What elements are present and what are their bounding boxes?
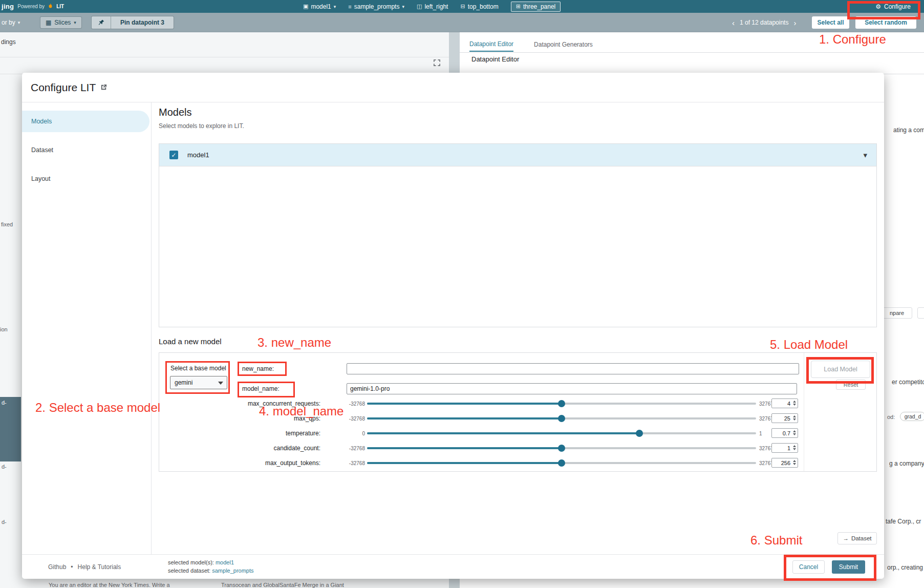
slider-value: 1 — [787, 445, 790, 451]
datapoint-tabs: Datapoint Editor Datapoint Generators — [469, 37, 593, 52]
stepper-arrows-icon[interactable] — [793, 460, 796, 465]
datapoint-text-partial: Transocean and GlobalSantaFe Merge in a … — [221, 582, 344, 588]
new-name-input[interactable] — [347, 363, 799, 374]
chevron-down-icon[interactable]: ▾ — [863, 144, 867, 166]
load-model-section-title: Load a new model — [159, 337, 222, 346]
selection-summary: selected model(s): model1 selected datas… — [168, 558, 254, 575]
nav-item-layout[interactable]: Layout — [22, 168, 149, 190]
compare-button-partial[interactable]: npare — [882, 307, 912, 319]
slider-value-stepper[interactable]: 4 — [771, 398, 798, 408]
slider-thumb[interactable] — [558, 415, 565, 422]
selected-dataset-value[interactable]: sample_prompts — [212, 568, 253, 574]
method-label-partial: od: — [887, 414, 895, 420]
slider-track[interactable] — [367, 432, 756, 434]
select-random-button[interactable]: Select random — [855, 16, 916, 29]
topbar-right: ⚙ Configure — [871, 0, 915, 13]
next-datapoint-icon[interactable]: › — [793, 18, 796, 27]
row-label-partial: d- — [2, 519, 7, 525]
base-model-select[interactable]: gemini — [170, 376, 227, 389]
slider-thumb[interactable] — [558, 459, 565, 467]
slider-thumb[interactable] — [558, 445, 565, 452]
selected-model-value[interactable]: model1 — [216, 559, 234, 565]
model-name-input[interactable] — [347, 383, 797, 394]
layout-three-panel-icon: ⊞ — [516, 3, 521, 10]
stepper-arrows-icon[interactable] — [793, 430, 796, 435]
slider-row: temperature: 0 1 0.7 — [159, 428, 804, 439]
app-root: jing Powered by LIT ▣ model1 ▾ ≡ sample_… — [0, 0, 924, 588]
slices-button[interactable]: ▦ Slices ▾ — [40, 16, 82, 29]
submit-button[interactable]: Submit — [832, 560, 865, 574]
layout-three-panel-label: three_panel — [523, 3, 555, 10]
slices-label: Slices — [54, 19, 71, 26]
expand-panel-icon[interactable] — [433, 59, 441, 67]
slider-min: -32768 — [324, 446, 365, 451]
lit-label: LIT — [56, 4, 64, 9]
gear-icon: ⚙ — [875, 3, 881, 10]
stepper-arrows-icon[interactable] — [793, 401, 796, 406]
slider-track[interactable] — [367, 462, 756, 464]
reset-button[interactable]: Reset — [836, 380, 866, 390]
load-model-button[interactable]: Load Model — [811, 361, 870, 378]
layout-option-three-panel[interactable]: ⊞ three_panel — [511, 2, 561, 12]
slider-fill — [367, 403, 562, 405]
row-label-partial: d- — [2, 400, 7, 406]
pin-icon-button[interactable] — [92, 16, 111, 29]
model-selector-menu[interactable]: ▣ model1 ▾ — [303, 3, 336, 10]
slider-label: temperature: — [180, 430, 320, 437]
github-link[interactable]: Github — [48, 563, 66, 571]
ion-label-partial: ion — [0, 326, 8, 332]
slider-min: -32768 — [324, 416, 365, 422]
select-all-button[interactable]: Select all — [812, 16, 849, 29]
field-text-partial: tafe Corp., cr — [886, 518, 921, 525]
pin-datapoint-group: Pin datapoint 3 — [91, 16, 174, 29]
tab-datapoint-generators[interactable]: Datapoint Generators — [534, 37, 593, 52]
slider-value-stepper[interactable]: 0.7 — [771, 428, 798, 438]
prev-datapoint-icon[interactable]: ‹ — [732, 18, 735, 27]
dataset-nav-button[interactable]: → Dataset — [837, 532, 877, 544]
dataset-selector-menu[interactable]: ≡ sample_prompts ▾ — [348, 3, 404, 10]
layout-top-bottom-label: top_bottom — [468, 3, 499, 10]
model-checkbox[interactable]: ✓ — [169, 151, 178, 159]
slider-value-stepper[interactable]: 1 — [771, 443, 798, 453]
nav-item-models[interactable]: Models — [22, 111, 149, 132]
slider-track[interactable] — [367, 447, 756, 449]
slider-value-stepper[interactable]: 25 — [771, 413, 798, 423]
slider-track[interactable] — [367, 417, 756, 419]
slider-track[interactable] — [367, 403, 756, 405]
selected-row-highlight[interactable] — [0, 397, 21, 461]
pin-datapoint-button[interactable]: Pin datapoint 3 — [111, 16, 174, 29]
cancel-button[interactable]: Cancel — [792, 560, 825, 574]
app-title-partial: jing — [2, 3, 14, 10]
stepper-arrows-icon[interactable] — [793, 445, 796, 450]
method-chip[interactable]: grad_d — [900, 412, 924, 421]
slider-thumb[interactable] — [558, 400, 565, 407]
slider-fill — [367, 462, 562, 464]
base-model-value: gemini — [175, 379, 192, 386]
layout-option-top-bottom[interactable]: ⊟ top_bottom — [460, 3, 498, 10]
nav-item-dataset[interactable]: Dataset — [22, 139, 149, 161]
pin-icon — [98, 19, 105, 26]
external-link-icon[interactable] — [100, 83, 108, 91]
tab-datapoint-editor[interactable]: Datapoint Editor — [469, 37, 513, 52]
slider-row: candidate_count: -32768 32767 1 — [159, 443, 804, 454]
load-model-form: Select a base model gemini new_name: mod… — [159, 352, 877, 472]
layout-option-left-right[interactable]: ◫ left_right — [417, 3, 448, 10]
dataset-selector-label: sample_prompts — [354, 3, 400, 10]
configure-lit-dialog: Configure LIT Models Dataset Layout Mode… — [22, 73, 884, 579]
button-fragment[interactable] — [917, 307, 924, 319]
caret-down-icon: ▾ — [18, 20, 20, 25]
dialog-header: Configure LIT — [22, 73, 884, 102]
configure-button[interactable]: ⚙ Configure — [871, 2, 915, 12]
slider-thumb[interactable] — [636, 430, 643, 437]
model-list-row[interactable]: ✓ model1 ▾ — [159, 144, 876, 166]
stepper-arrows-icon[interactable] — [793, 415, 796, 421]
slider-value-stepper[interactable]: 256 — [771, 458, 798, 468]
color-by-menu[interactable]: or by ▾ — [2, 13, 20, 32]
slider-row: max_qps: -32768 32767 25 — [159, 413, 804, 424]
slider-min: -32768 — [324, 460, 365, 466]
new-name-label: new_name: — [242, 365, 274, 372]
slider-value: 0.7 — [783, 430, 790, 436]
caret-down-icon: ▾ — [402, 4, 404, 9]
help-tutorials-link[interactable]: Help & Tutorials — [78, 563, 121, 571]
global-menus: ▣ model1 ▾ ≡ sample_prompts ▾ ◫ left_rig… — [303, 0, 561, 13]
